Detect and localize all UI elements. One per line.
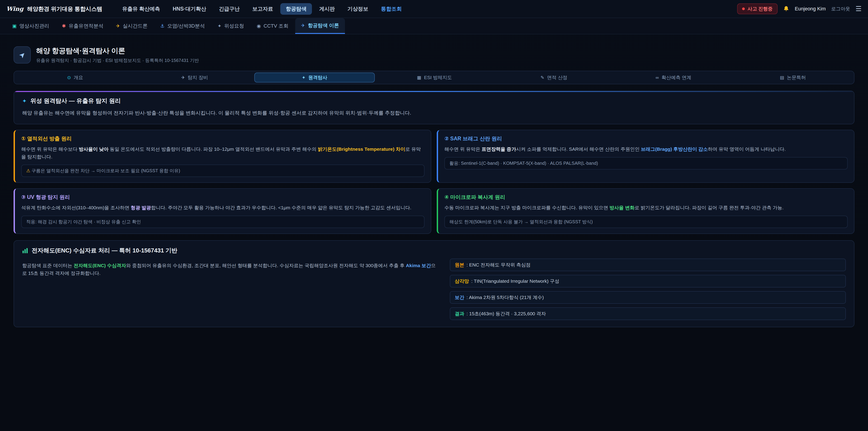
link-icon: ∞ bbox=[655, 75, 659, 80]
satellite-icon: ✦ bbox=[217, 23, 221, 29]
document-icon: ▤ bbox=[780, 75, 784, 80]
card-body: 해수면 위 유막은 표면장력을 증가시켜 소파를 억제합니다. SAR에서 해수… bbox=[444, 145, 848, 153]
tab-area-calculation[interactable]: ✎ 면적 산정 bbox=[494, 72, 614, 83]
user-name: Eunjeong Kim bbox=[795, 6, 826, 12]
enc-row-label: 결과 bbox=[455, 311, 464, 317]
subnav-label: 유출유면적분석 bbox=[68, 23, 103, 29]
card-body: 수동 마이크로파 복사계는 지구 방출 마이크로파를 수신합니다. 유막이 있으… bbox=[444, 204, 848, 212]
pencil-icon: ✎ bbox=[540, 75, 544, 80]
brand-title: 해양환경 위기대응 통합시스템 bbox=[27, 5, 102, 13]
principle-card-uv-fluorescence: ③ UV 형광 탐지 원리 석유계 탄화수소에 자외선(310–400nm)을 … bbox=[13, 188, 431, 234]
sub-navbar: ▣ 영상사진관리 ✱ 유출유면적분석 ✈ 실시간드론 ⚓ 오염/선박3D분석 ✦… bbox=[0, 18, 868, 34]
nav-item-hns-diffusion[interactable]: HNS·대기확산 bbox=[167, 3, 212, 15]
card-title: ④ 마이크로파 복사계 원리 bbox=[444, 194, 848, 201]
page-title: 해양 항공탐색·원격탐사 이론 bbox=[36, 46, 199, 56]
subnav-item-satellite-request[interactable]: ✦ 위성요청 bbox=[212, 18, 250, 34]
card-note: 적용: 해경 감시 항공기 야간 탐색 · 비정상 유출 신고 확인 bbox=[21, 216, 425, 228]
enc-row-value: : ENC 전자해도 무작위 측심점 bbox=[467, 262, 531, 268]
nav-item-integrated-search[interactable]: 통합조회 bbox=[375, 3, 407, 15]
tab-label: 개요 bbox=[74, 74, 83, 81]
incident-status-label: 사고 진행중 bbox=[747, 6, 773, 12]
enc-pipeline-rows: 원본 : ENC 전자해도 무작위 측심점 삼각망 : TIN(Triangul… bbox=[450, 258, 846, 320]
card-body: 석유계 탄화수소에 자외선(310–400nm)을 조사하면 형광 발광합니다.… bbox=[21, 204, 425, 212]
main-menu: 유출유 확산예측 HNS·대기확산 긴급구난 보고자료 항공탐색 게시판 기상정… bbox=[117, 3, 729, 15]
ship-analysis-icon: ⚓ bbox=[160, 23, 164, 29]
card-note: 해상도 한계(50km)로 단독 사용 불가 → 열적외선과 융합 (NGSST… bbox=[444, 216, 848, 228]
nav-item-reports[interactable]: 보고자료 bbox=[247, 3, 278, 15]
section-title-text: 전자해도(ENC) 수심자료 처리 — 특허 10-1567431 기반 bbox=[32, 247, 177, 254]
card-title: ③ UV 형광 탐지 원리 bbox=[21, 194, 425, 201]
subnav-item-oil-area-analysis[interactable]: ✱ 유출유면적분석 bbox=[56, 18, 110, 34]
nav-item-emergency-rescue[interactable]: 긴급구난 bbox=[213, 3, 245, 15]
tab-label: ESI 방제지도 bbox=[424, 74, 452, 81]
tab-esi-map[interactable]: ▦ ESI 방제지도 bbox=[375, 72, 494, 83]
hamburger-menu-icon[interactable]: ☰ bbox=[856, 5, 862, 12]
card-title: ② SAR 브래그 산란 원리 bbox=[444, 135, 848, 142]
remote-sensing-section: ✦ 위성 원격탐사 — 유출유 탐지 원리 해양 유출유는 해수면에 유막을 형… bbox=[13, 91, 855, 124]
enc-row-label: 원본 bbox=[455, 262, 464, 268]
subnav-label: CCTV 조회 bbox=[264, 23, 288, 29]
subnav-label: 영상사진관리 bbox=[20, 23, 49, 29]
subnav-label: 위성요청 bbox=[224, 23, 244, 29]
area-analysis-icon: ✱ bbox=[62, 23, 66, 29]
enc-row-interpolation: 보간 : Akima 2차원 5차다항식 (21개 계수) bbox=[450, 291, 846, 304]
brand[interactable]: Wing 해양환경 위기대응 통합시스템 bbox=[6, 5, 102, 13]
equipment-plane-icon: ✈ bbox=[181, 75, 185, 80]
principle-cards-grid: ① 열적외선 방출 원리 해수면 위 유막은 해수보다 방사율이 낮아 동일 온… bbox=[13, 130, 855, 234]
photos-icon: ▣ bbox=[12, 23, 17, 29]
enc-row-tin: 삼각망 : TIN(Triangulated Irregular Network… bbox=[450, 275, 846, 287]
tab-label: 탐지 장비 bbox=[188, 74, 208, 81]
enc-row-value: : Akima 2차원 5차다항식 (21개 계수) bbox=[467, 294, 544, 301]
enc-row-label: 보간 bbox=[455, 294, 464, 301]
enc-section: 전자해도(ENC) 수심자료 처리 — 특허 10-1567431 기반 항공탐… bbox=[13, 240, 855, 327]
subnav-item-aerial-theory[interactable]: ✈ 항공탐색 이론 bbox=[295, 18, 345, 34]
subnav-item-image-management[interactable]: ▣ 영상사진관리 bbox=[6, 18, 55, 34]
notification-bell-icon[interactable] bbox=[783, 6, 789, 12]
page-header: ➤ 해양 항공탐색·원격탐사 이론 유출유 원격탐지 · 항공감시 기법 · E… bbox=[13, 46, 855, 63]
subnav-item-pollution-ship-3d[interactable]: ⚓ 오염/선박3D분석 bbox=[154, 18, 211, 34]
enc-row-value: : TIN(Triangulated Irregular Network) 구성 bbox=[471, 278, 559, 284]
tab-remote-sensing[interactable]: ✦ 원격탐사 bbox=[254, 72, 375, 83]
section-title-remote: ✦ 위성 원격탐사 — 유출유 탐지 원리 bbox=[22, 97, 846, 105]
topnav-right: 사고 진행중 Eunjeong Kim 로그아웃 ☰ bbox=[737, 3, 862, 14]
tab-papers-patents[interactable]: ▤ 논문특허 bbox=[733, 72, 852, 83]
tab-overview[interactable]: ⊙ 개요 bbox=[16, 72, 135, 83]
nav-item-weather-info[interactable]: 기상정보 bbox=[342, 3, 374, 15]
tab-detection-equipment[interactable]: ✈ 탐지 장비 bbox=[135, 72, 254, 83]
remote-intro-text: 해양 유출유는 해수면에 유막을 형성하여 전자기파 반사·방출·산란 특성을 … bbox=[22, 109, 846, 117]
section-title-text: 위성 원격탐사 — 유출유 탐지 원리 bbox=[30, 97, 121, 105]
tab-prediction-link[interactable]: ∞ 확산예측 연계 bbox=[614, 72, 733, 83]
nav-item-aerial-search[interactable]: 항공탐색 bbox=[280, 3, 312, 15]
tab-label: 원격탐사 bbox=[308, 74, 327, 81]
enc-description: 항공탐색 표준 데이터는 전자해도(ENC) 수심격자와 중첩되어 유출유의 수… bbox=[22, 262, 438, 277]
subnav-item-realtime-drone[interactable]: ✈ 실시간드론 bbox=[110, 18, 153, 34]
tab-label: 논문특허 bbox=[787, 74, 806, 81]
cctv-icon: ◉ bbox=[257, 23, 261, 29]
theory-plane-icon: ✈ bbox=[301, 23, 305, 28]
nav-item-spill-prediction[interactable]: 유출유 확산예측 bbox=[117, 3, 165, 15]
brand-logo-icon: Wing bbox=[6, 5, 24, 12]
status-dot-icon bbox=[742, 7, 745, 10]
principle-card-sar-bragg: ② SAR 브래그 산란 원리 해수면 위 유막은 표면장력을 증가시켜 소파를… bbox=[437, 130, 855, 183]
app-root: Wing 해양환경 위기대응 통합시스템 유출유 확산예측 HNS·대기확산 긴… bbox=[0, 0, 868, 431]
enc-content: 항공탐색 표준 데이터는 전자해도(ENC) 수심격자와 중첩되어 유출유의 수… bbox=[22, 258, 846, 320]
logout-button[interactable]: 로그아웃 bbox=[831, 6, 850, 12]
subnav-label: 실시간드론 bbox=[123, 23, 148, 29]
page-subtitle: 유출유 원격탐지 · 항공감시 기법 · ESI 방제정보지도 · 등록특허 1… bbox=[36, 57, 199, 63]
enc-row-label: 삼각망 bbox=[455, 278, 469, 284]
satellite-icon: ✦ bbox=[22, 98, 27, 104]
nav-item-board[interactable]: 게시판 bbox=[314, 3, 340, 15]
principle-card-microwave-radiometer: ④ 마이크로파 복사계 원리 수동 마이크로파 복사계는 지구 방출 마이크로파… bbox=[437, 188, 855, 234]
top-navbar: Wing 해양환경 위기대응 통합시스템 유출유 확산예측 HNS·대기확산 긴… bbox=[0, 0, 868, 18]
enc-row-result: 결과 : 15초(463m) 등간격 · 3,225,600 격자 bbox=[450, 307, 846, 320]
bar-chart-icon bbox=[22, 248, 28, 254]
card-note: 활용: Sentinel-1(C-band) · KOMPSAT-5(X-ban… bbox=[444, 157, 848, 170]
card-body: 해수면 위 유막은 해수보다 방사율이 낮아 동일 온도에서도 적외선 방출량이… bbox=[21, 145, 425, 160]
subnav-label: 항공탐색 이론 bbox=[308, 22, 339, 29]
subnav-item-cctv[interactable]: ◉ CCTV 조회 bbox=[251, 18, 294, 34]
principle-card-thermal-ir: ① 열적외선 방출 원리 해수면 위 유막은 해수보다 방사율이 낮아 동일 온… bbox=[13, 130, 431, 183]
map-icon: ▦ bbox=[417, 75, 421, 80]
subnav-label: 오염/선박3D분석 bbox=[167, 23, 205, 29]
incident-status-badge[interactable]: 사고 진행중 bbox=[737, 3, 778, 14]
theory-tabbar: ⊙ 개요 ✈ 탐지 장비 ✦ 원격탐사 ▦ ESI 방제지도 ✎ 면적 산정 ∞… bbox=[13, 71, 855, 84]
